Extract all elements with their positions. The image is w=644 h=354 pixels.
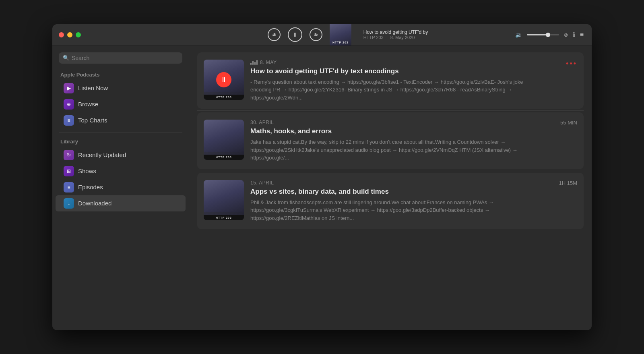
episode-thumb-label: HTTP 203 bbox=[204, 95, 244, 100]
episode-duration: 1H 15M bbox=[559, 180, 577, 186]
search-input[interactable] bbox=[72, 55, 178, 61]
sidebar-item-label: Recently Updated bbox=[78, 151, 126, 158]
titlebar: ↺ 15 ⏸ ↻ 30 HTTP 203 How to bbox=[52, 24, 592, 46]
library-label: Library bbox=[52, 137, 189, 147]
now-playing-subtitle: HTTP 203 — 8. May 2020 bbox=[363, 35, 428, 40]
episodes-panel: HTTP 203 ⏸ 8. MAY bbox=[189, 46, 592, 330]
recently-updated-icon: ↻ bbox=[64, 150, 74, 160]
episode-date: 8. MAY bbox=[260, 60, 277, 65]
episode-meta: 30. APRIL Maths, hooks, and errors Jake … bbox=[250, 120, 543, 162]
player-controls: ↺ 15 ⏸ ↻ 30 HTTP 203 How to bbox=[189, 24, 511, 46]
now-playing-thumb-label: HTTP 203 bbox=[330, 41, 351, 44]
episode-title: Apps vs sites, binary data, and build ti… bbox=[250, 187, 543, 196]
episode-description: - Remy's question about text encoding → … bbox=[250, 78, 543, 102]
pause-button[interactable]: ⏸ bbox=[288, 27, 302, 42]
sidebar-item-listen-now[interactable]: ▶ Listen Now bbox=[56, 80, 186, 96]
rewind-button[interactable]: ↺ 15 bbox=[268, 28, 281, 41]
episode-description: Jake has a stupid cat.By the way, skip t… bbox=[250, 138, 543, 162]
sidebar-item-label: Downloaded bbox=[78, 200, 111, 207]
episode-meta: 15. APRIL Apps vs sites, binary data, an… bbox=[250, 180, 543, 222]
episode-separator bbox=[197, 171, 584, 171]
sidebar-item-downloaded[interactable]: ↓ Downloaded bbox=[56, 195, 186, 211]
episode-duration: 55 MIN bbox=[560, 120, 577, 126]
listen-now-icon: ▶ bbox=[64, 83, 74, 93]
episode-actions: 1H 15M bbox=[549, 180, 577, 186]
sidebar-item-shows[interactable]: ⊞ Shows bbox=[56, 163, 186, 179]
sidebar-item-label: Top Charts bbox=[78, 117, 107, 124]
episode-thumbnail: HTTP 203 ⏸ bbox=[204, 60, 244, 100]
shows-icon: ⊞ bbox=[64, 166, 74, 176]
sidebar-item-label: Shows bbox=[78, 168, 96, 174]
sidebar-divider bbox=[59, 132, 182, 133]
episode-date: 15. APRIL bbox=[250, 180, 274, 186]
sidebar-item-label: Browse bbox=[78, 101, 98, 108]
sidebar-item-label: Listen Now bbox=[78, 85, 108, 91]
search-icon: 🔍 bbox=[63, 55, 69, 61]
search-input-wrap[interactable]: 🔍 bbox=[59, 52, 182, 64]
episode-card[interactable]: HTTP 203 15. APRIL Apps vs sites, binary… bbox=[197, 173, 584, 230]
top-charts-icon: ≡ bbox=[64, 115, 74, 126]
search-container: 🔍 bbox=[52, 52, 189, 70]
episode-date: 30. APRIL bbox=[250, 120, 274, 125]
forward-button[interactable]: ↻ 30 bbox=[310, 28, 322, 41]
episode-date-row: 30. APRIL bbox=[250, 120, 543, 125]
volume-slider[interactable] bbox=[527, 34, 559, 35]
episode-separator bbox=[197, 110, 584, 111]
traffic-lights bbox=[52, 32, 189, 37]
sidebar: 🔍 Apple Podcasts ▶ Listen Now ⊕ Browse bbox=[52, 46, 189, 330]
minimize-button[interactable] bbox=[67, 32, 72, 37]
episode-card[interactable]: HTTP 203 30. APRIL Maths, hooks, and err… bbox=[197, 112, 584, 169]
episode-card[interactable]: HTTP 203 ⏸ 8. MAY bbox=[197, 52, 584, 109]
player-right-controls: 🔉 ⌾ ℹ ≡ bbox=[511, 31, 592, 39]
episode-title: How to avoid getting UTF'd by text encod… bbox=[250, 67, 543, 76]
episode-description: Phil & Jack from fishandscripts.com are … bbox=[250, 199, 543, 222]
info-button[interactable]: ℹ bbox=[573, 31, 575, 39]
browse-icon: ⊕ bbox=[64, 99, 74, 110]
episode-meta: 8. MAY How to avoid getting UTF'd by tex… bbox=[250, 60, 543, 102]
sidebar-item-top-charts[interactable]: ≡ Top Charts bbox=[56, 112, 186, 128]
downloaded-icon: ↓ bbox=[64, 198, 74, 209]
episode-thumbnail: HTTP 203 bbox=[204, 180, 244, 220]
episode-thumbnail: HTTP 203 bbox=[204, 120, 244, 160]
apple-podcasts-label: Apple Podcasts bbox=[52, 70, 189, 80]
episode-actions: ••• bbox=[549, 60, 577, 68]
now-playing-info: How to avoid getting UTF'd by HTTP 203 —… bbox=[359, 29, 433, 40]
volume-icon: 🔉 bbox=[515, 31, 522, 38]
sidebar-item-label: Episodes bbox=[78, 184, 103, 190]
now-playing-title: How to avoid getting UTF'd by bbox=[363, 29, 428, 35]
waveform-icon bbox=[250, 60, 258, 65]
episode-actions: 55 MIN bbox=[549, 120, 577, 126]
queue-button[interactable]: ≡ bbox=[580, 31, 584, 38]
episode-title: Maths, hooks, and errors bbox=[250, 127, 543, 136]
close-button[interactable] bbox=[59, 32, 64, 37]
sidebar-item-episodes[interactable]: ≡ Episodes bbox=[56, 179, 186, 195]
episode-thumb-label: HTTP 203 bbox=[204, 155, 244, 160]
now-playing-thumbnail: HTTP 203 bbox=[330, 24, 351, 46]
episode-pause-overlay[interactable]: ⏸ bbox=[216, 72, 231, 87]
app-window: ↺ 15 ⏸ ↻ 30 HTTP 203 How to bbox=[52, 24, 592, 330]
episode-date-row: 8. MAY bbox=[250, 60, 543, 65]
sidebar-item-browse[interactable]: ⊕ Browse bbox=[56, 96, 186, 112]
episode-date-row: 15. APRIL bbox=[250, 180, 543, 186]
episodes-icon: ≡ bbox=[64, 182, 74, 193]
more-options-button[interactable]: ••• bbox=[566, 60, 577, 68]
airplay-icon[interactable]: ⌾ bbox=[564, 31, 568, 38]
sidebar-item-recently-updated[interactable]: ↻ Recently Updated bbox=[56, 147, 186, 163]
main-content: 🔍 Apple Podcasts ▶ Listen Now ⊕ Browse bbox=[52, 46, 592, 330]
maximize-button[interactable] bbox=[76, 32, 81, 37]
episode-thumb-label: HTTP 203 bbox=[204, 215, 244, 220]
